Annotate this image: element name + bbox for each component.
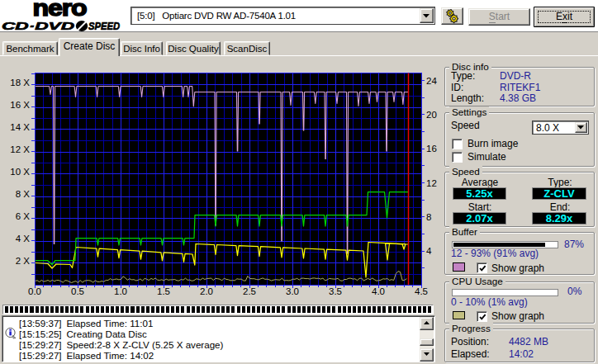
- svg-text:2.5: 2.5: [243, 286, 256, 296]
- svg-text:18 X: 18 X: [10, 78, 30, 87]
- svg-text:8 X: 8 X: [16, 189, 31, 199]
- svg-text:16 X: 16 X: [10, 100, 30, 110]
- svg-text:4 X: 4 X: [16, 234, 31, 243]
- svg-text:0.0: 0.0: [28, 286, 41, 296]
- svg-text:1.5: 1.5: [157, 286, 170, 296]
- svg-text:1.0: 1.0: [114, 286, 127, 296]
- svg-text:14 X: 14 X: [10, 122, 30, 132]
- svg-text:0.5: 0.5: [71, 286, 84, 296]
- svg-text:2 X: 2 X: [16, 256, 31, 266]
- svg-text:3.0: 3.0: [286, 286, 299, 296]
- svg-text:2.0: 2.0: [200, 286, 213, 296]
- svg-text:24: 24: [426, 76, 437, 86]
- svg-text:3.5: 3.5: [329, 286, 342, 296]
- svg-text:8: 8: [426, 212, 431, 222]
- svg-text:4.0: 4.0: [372, 286, 385, 296]
- svg-text:6 X: 6 X: [16, 211, 31, 221]
- svg-text:20: 20: [426, 110, 437, 120]
- svg-text:4.5: 4.5: [415, 286, 428, 296]
- svg-text:10 X: 10 X: [10, 167, 30, 177]
- svg-text:4: 4: [426, 246, 432, 256]
- svg-text:16: 16: [426, 144, 437, 154]
- svg-text:12 X: 12 X: [10, 144, 30, 154]
- svg-text:12: 12: [426, 178, 437, 188]
